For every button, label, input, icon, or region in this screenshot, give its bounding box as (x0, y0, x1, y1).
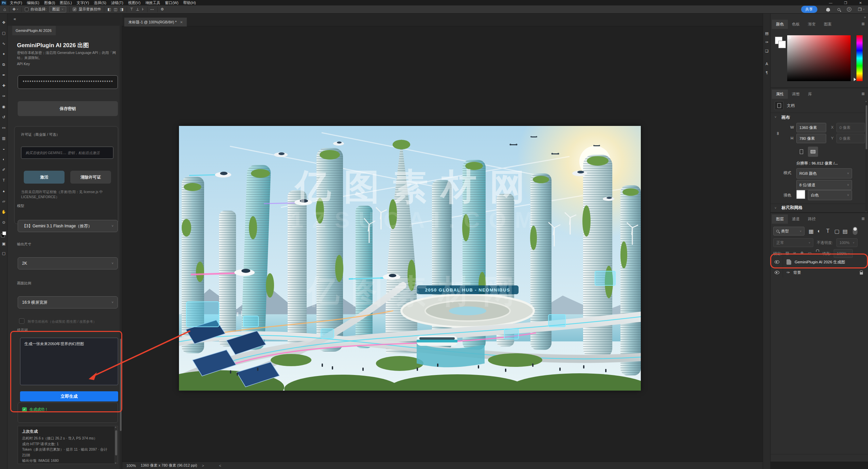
properties-scrollbar[interactable]: ˄ ˅ (865, 101, 868, 213)
link-dimensions-icon[interactable]: ∞ (776, 132, 781, 135)
share-button[interactable]: 共享 (801, 6, 817, 13)
layer-name[interactable]: GeminiPlugin AI 2026 生成图 (795, 260, 845, 265)
help-icon[interactable]: ? (847, 7, 851, 12)
prompt-textarea[interactable]: 生成一张未来2050年世界的幻想图 (20, 338, 118, 385)
tab-channels[interactable]: 通道 (788, 214, 804, 224)
plugin-tab[interactable]: GeminiPlugin AI 2026 (12, 26, 56, 35)
rulers-section-chevron-icon[interactable]: ˅ (775, 206, 776, 210)
move-tool[interactable]: ✥ (0, 20, 7, 25)
tab-patterns[interactable]: 图案 (820, 20, 836, 29)
menu-select[interactable]: 选择(S) (94, 0, 106, 5)
tab-layers[interactable]: 图层 (772, 214, 788, 224)
zoom-level[interactable]: 100% (126, 464, 136, 468)
tab-paths[interactable]: 路径 (804, 214, 820, 224)
y-input[interactable]: 0 像素 (836, 134, 865, 143)
auto-select-checkbox[interactable] (25, 7, 29, 11)
canvas-section-chevron-icon[interactable]: ˅ (775, 115, 776, 119)
last-run-scrollbar[interactable]: ˄ ˅ (114, 426, 117, 464)
tool-preset-chevron-icon[interactable]: ˅ (17, 8, 18, 11)
hue-slider[interactable] (856, 35, 863, 81)
align-right-icon[interactable]: ◨ (120, 7, 123, 12)
menu-edit[interactable]: 编辑(E) (27, 0, 39, 5)
size-select[interactable]: 2K˅ (18, 257, 118, 269)
distribute-bottom-icon[interactable]: ⊥ (136, 7, 142, 12)
collapse-dock-icon[interactable]: » (864, 15, 866, 19)
restore-button[interactable]: ❐ (838, 1, 853, 5)
notifications-bell-icon[interactable] (826, 8, 830, 11)
minimize-button[interactable]: — (823, 1, 838, 5)
layer-visibility-icon[interactable] (775, 260, 779, 264)
menu-filter[interactable]: 滤镜(T) (111, 0, 123, 5)
gear-icon[interactable]: ⚙ (161, 7, 164, 12)
pen-tool[interactable]: ✐ (0, 168, 7, 172)
brushes-panel-icon[interactable]: ✑ (763, 40, 771, 44)
menu-layer[interactable]: 图层(L) (60, 0, 72, 5)
color-saturation-field[interactable] (787, 35, 851, 81)
filter-pixel-layers-icon[interactable]: ▦ (809, 228, 814, 234)
show-transform-checkbox[interactable]: ✓ (73, 7, 76, 11)
x-input[interactable]: 0 像素 (836, 123, 865, 132)
comments-panel-icon[interactable]: ❏ (763, 49, 771, 53)
menu-image[interactable]: 图像(I) (44, 0, 55, 5)
tab-libraries[interactable]: 库 (804, 90, 816, 99)
save-key-button[interactable]: 保存密钥 (18, 101, 118, 116)
brush-tool[interactable]: ✑ (0, 94, 7, 98)
status-expand-icon[interactable]: > (202, 464, 204, 468)
healing-tool[interactable]: ✚ (0, 83, 7, 88)
lock-position-icon[interactable]: ✥ (800, 251, 803, 255)
menu-plugins[interactable]: 增效工具 (145, 0, 160, 5)
layer-filter-select[interactable]: 类型 ˅ (773, 227, 804, 236)
clone-stamp-tool[interactable]: ◉ (0, 105, 7, 109)
lock-pixels-icon[interactable]: ✑ (793, 251, 796, 255)
layer-name[interactable]: 背景 (793, 270, 801, 275)
filter-type-layers-icon[interactable]: T (826, 228, 830, 234)
paragraph-panel-icon[interactable]: ¶ (763, 71, 771, 75)
history-brush-tool[interactable]: ↺ (0, 115, 7, 119)
layers-panel-menu-icon[interactable]: ≡ (862, 216, 865, 222)
generate-button[interactable]: 立即生成 (20, 391, 118, 401)
foreground-color-swatch[interactable] (2, 231, 6, 235)
blend-mode-select[interactable]: 正常˅ (773, 238, 813, 247)
history-panel-icon[interactable]: ▤ (763, 31, 771, 36)
menu-type[interactable]: 文字(Y) (77, 0, 89, 5)
tab-swatches[interactable]: 色板 (788, 20, 804, 29)
tab-gradients[interactable]: 渐变 (804, 20, 820, 29)
properties-panel-menu-icon[interactable]: ≡ (862, 91, 865, 97)
menu-help[interactable]: 帮助(H) (183, 0, 196, 5)
distribute-top-icon[interactable]: ⊤ (130, 7, 136, 12)
blur-tool[interactable]: ◒ (0, 147, 7, 151)
canvas-area[interactable]: 2050 GLOBAL HUB - NEOMNIBUS (122, 26, 770, 462)
home-icon[interactable]: ⌂ (3, 7, 6, 12)
shape-tool[interactable]: ▱ (0, 199, 7, 204)
plugin-panel-scrollbar[interactable] (120, 14, 122, 469)
filter-smart-objects-icon[interactable]: ▤ (843, 228, 848, 234)
eyedropper-tool[interactable]: ✒ (0, 73, 7, 77)
path-select-tool[interactable]: ▴ (0, 189, 7, 193)
background-swatch[interactable] (778, 41, 786, 48)
lock-artboard-icon[interactable]: ▭ (808, 251, 811, 255)
character-panel-icon[interactable]: A (763, 62, 771, 66)
license-key-input[interactable] (21, 147, 113, 159)
distribute-center-icon[interactable]: ⊦ (142, 7, 144, 12)
layer-filter-toggle[interactable] (853, 227, 857, 235)
align-center-icon[interactable]: ◫ (114, 7, 120, 12)
width-input[interactable]: 1360 像素 (796, 123, 826, 132)
filter-shape-layers-icon[interactable]: ▢ (834, 228, 839, 234)
quick-select-tool[interactable]: ✦ (0, 52, 7, 56)
more-options-icon[interactable]: ··· (150, 7, 154, 12)
bit-depth-select[interactable]: 8 位/通道˅ (796, 180, 852, 190)
close-button[interactable]: ✕ (853, 1, 868, 5)
attach-canvas-checkbox[interactable] (19, 318, 24, 324)
quick-mask-tool[interactable]: ▣ (0, 242, 7, 246)
canvas-fill-swatch[interactable] (796, 190, 805, 199)
layer-row-background[interactable]: ✑ 背景 (771, 267, 868, 278)
search-icon[interactable] (837, 8, 840, 11)
opacity-input[interactable]: 100%˅ (836, 238, 857, 247)
document-tab[interactable]: 未标题-1 @ 100%(RGB/8#) * ✕ (124, 18, 187, 26)
auto-select-target-dropdown[interactable]: 图层 ˅ (49, 6, 67, 13)
align-left-icon[interactable]: ◧ (107, 7, 113, 12)
type-tool[interactable]: T (0, 178, 7, 182)
activate-button[interactable]: 激活 (24, 171, 65, 184)
fill-color-select[interactable]: 白色˅ (808, 190, 852, 200)
zoom-tool[interactable]: ⊙ (0, 220, 7, 225)
